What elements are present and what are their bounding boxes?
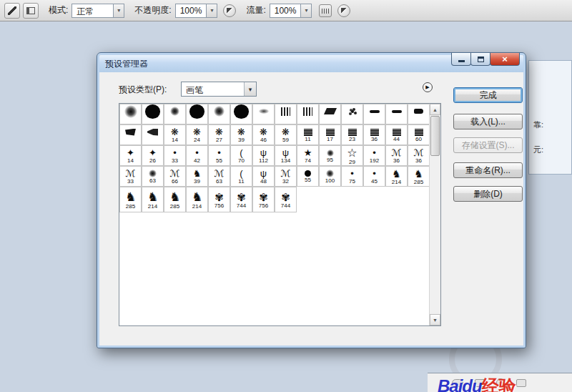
- brush-preset[interactable]: [208, 104, 230, 124]
- brush-preset[interactable]: ✦26: [142, 145, 164, 166]
- brush-preset[interactable]: 44: [385, 124, 408, 145]
- brush-preset[interactable]: [142, 124, 164, 145]
- preset-type-dropdown-arrow[interactable]: ▾: [244, 82, 256, 96]
- brush-preset[interactable]: ✾756: [208, 187, 230, 212]
- brush-preset[interactable]: ♞214: [142, 187, 164, 212]
- brush-preset[interactable]: ❋27: [208, 124, 230, 145]
- preset-type-value[interactable]: 画笔: [182, 82, 244, 96]
- brush-preset[interactable]: ❋46: [252, 124, 275, 145]
- brush-preset[interactable]: [119, 124, 142, 145]
- brush-size-label: 27: [216, 137, 222, 143]
- brush-preset[interactable]: [142, 104, 164, 124]
- airbrush-toggle-icon[interactable]: [319, 4, 332, 17]
- brush-preset[interactable]: [341, 104, 363, 124]
- flow-value[interactable]: 100%: [270, 4, 301, 18]
- panel-icon[interactable]: [516, 379, 526, 387]
- brush-preset[interactable]: [363, 104, 385, 124]
- flyout-menu-button[interactable]: ▶: [423, 82, 433, 92]
- load-button[interactable]: 载入(L)...: [453, 114, 523, 129]
- brush-preset[interactable]: ψ48: [252, 166, 275, 187]
- brush-preset[interactable]: ✾744: [230, 187, 252, 212]
- brush-preset[interactable]: •45: [363, 166, 385, 187]
- opacity-dropdown-arrow[interactable]: ▾: [206, 4, 217, 18]
- brush-preset[interactable]: [297, 104, 319, 124]
- horse-brush-icon: ♞: [193, 169, 202, 178]
- close-button[interactable]: ×: [490, 53, 520, 66]
- brush-size-label: 55: [216, 157, 222, 164]
- brush-preset[interactable]: (11: [230, 166, 252, 187]
- horse-brush-icon: ♞: [392, 169, 401, 179]
- brush-preset[interactable]: [275, 104, 297, 124]
- brush-preset[interactable]: 11: [297, 124, 319, 145]
- minimize-button[interactable]: [451, 53, 471, 66]
- vertical-scrollbar[interactable]: ▲ ▼: [429, 104, 440, 325]
- done-button[interactable]: 完成: [453, 87, 523, 103]
- brush-preset[interactable]: •55: [208, 145, 230, 166]
- brush-preset[interactable]: ✾756: [252, 187, 275, 212]
- scroll-up-button[interactable]: ▲: [430, 104, 440, 115]
- brush-preset[interactable]: ℳ36: [385, 145, 408, 166]
- opacity-dropdown[interactable]: 100% ▾: [175, 4, 218, 18]
- brush-preset[interactable]: ❋39: [230, 124, 252, 145]
- brush-preset[interactable]: [385, 104, 408, 124]
- curve-brush-icon: (: [240, 169, 242, 178]
- brush-preset[interactable]: •33: [164, 145, 186, 166]
- brush-preset[interactable]: •192: [363, 145, 385, 166]
- mode-value[interactable]: 正常: [72, 4, 113, 18]
- brush-preset[interactable]: ♞285: [408, 166, 430, 187]
- brush-preset[interactable]: ℳ33: [119, 166, 142, 187]
- brush-preset[interactable]: 60: [408, 124, 430, 145]
- opacity-value[interactable]: 100%: [175, 4, 207, 18]
- rename-button[interactable]: 重命名(R)...: [453, 162, 523, 178]
- brush-preset[interactable]: (70: [230, 145, 252, 166]
- brush-preset[interactable]: •75: [341, 166, 363, 187]
- save-set-button[interactable]: 存储设置(S)...: [453, 137, 523, 153]
- toggle-brush-panel-button[interactable]: [23, 3, 39, 19]
- brush-preset[interactable]: ★74: [297, 145, 319, 166]
- brush-preset[interactable]: •42: [186, 145, 208, 166]
- brush-preset[interactable]: ♞285: [119, 187, 142, 212]
- brush-preset[interactable]: [319, 104, 341, 124]
- brush-preset[interactable]: ♞285: [164, 187, 186, 212]
- brush-preset[interactable]: ψ134: [275, 145, 297, 166]
- brush-preset[interactable]: 95: [319, 145, 341, 166]
- flow-dropdown-arrow[interactable]: ▾: [300, 4, 312, 18]
- brush-preset[interactable]: ❋24: [186, 124, 208, 145]
- brush-preset[interactable]: 63: [142, 166, 164, 187]
- mode-dropdown[interactable]: 正常 ▾: [72, 4, 124, 18]
- preset-type-dropdown[interactable]: 画笔 ▾: [181, 82, 257, 97]
- brush-preset[interactable]: ♞214: [385, 166, 408, 187]
- brush-preset[interactable]: ℳ63: [208, 166, 230, 187]
- brush-preset[interactable]: ℳ36: [408, 145, 430, 166]
- brush-preset[interactable]: 100: [319, 166, 341, 187]
- brush-preset[interactable]: ψ112: [252, 145, 275, 166]
- brush-preset[interactable]: [252, 104, 275, 124]
- delete-button[interactable]: 删除(D): [453, 186, 523, 202]
- brush-preset[interactable]: [186, 104, 208, 124]
- brush-preset[interactable]: 17: [319, 124, 341, 145]
- brush-preset[interactable]: 55: [297, 166, 319, 187]
- brush-preset[interactable]: ✦14: [119, 145, 142, 166]
- pen-pressure-opacity-icon[interactable]: [223, 4, 236, 17]
- maximize-button[interactable]: [470, 53, 490, 66]
- brush-preset[interactable]: [408, 104, 430, 124]
- brush-preset[interactable]: ❋14: [164, 124, 186, 145]
- brush-preset[interactable]: ☆29: [341, 145, 363, 166]
- brush-preset[interactable]: ♞39: [186, 166, 208, 187]
- scrollbar-thumb[interactable]: [430, 116, 440, 156]
- brush-preset[interactable]: ℳ66: [164, 166, 186, 187]
- brush-preset[interactable]: 36: [363, 124, 385, 145]
- mode-dropdown-arrow[interactable]: ▾: [113, 4, 124, 18]
- brush-preset[interactable]: ❋59: [275, 124, 297, 145]
- brush-preset[interactable]: [119, 104, 142, 124]
- brush-preset[interactable]: ✾744: [275, 187, 297, 212]
- scroll-down-button[interactable]: ▼: [430, 314, 440, 325]
- brush-preset[interactable]: 23: [341, 124, 363, 145]
- flow-dropdown[interactable]: 100% ▾: [270, 4, 312, 18]
- brush-preset[interactable]: [164, 104, 186, 124]
- brush-preset[interactable]: [230, 104, 252, 124]
- brush-preset[interactable]: ℳ32: [275, 166, 297, 187]
- tool-preset-picker[interactable]: [4, 3, 20, 19]
- brush-preset[interactable]: ♞214: [186, 187, 208, 212]
- pen-pressure-size-icon[interactable]: [337, 4, 350, 17]
